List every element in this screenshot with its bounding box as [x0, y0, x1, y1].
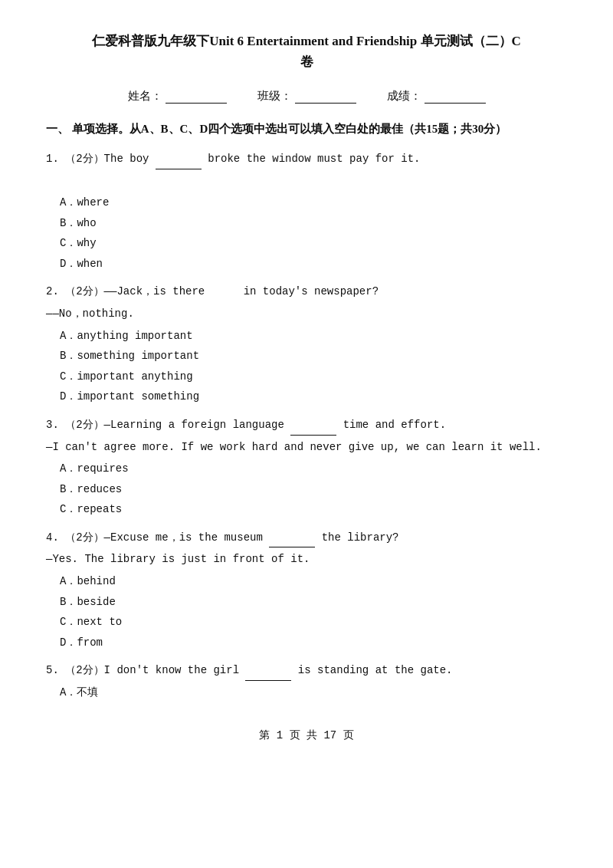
q1-option-b[interactable]: B．who [60, 213, 567, 234]
question-5: 5. （2分）I don't know the girl is standing… [46, 660, 567, 702]
question-4-text: 4. （2分）—Excuse me，is the museum the libr… [46, 528, 567, 548]
question-3-subtext: —I can't agree more. If we work hard and… [46, 437, 567, 458]
question-4-subtext: —Yes. The library is just in front of it… [46, 549, 567, 570]
blank-3[interactable] [290, 435, 336, 436]
q4-option-d[interactable]: D．from [60, 633, 567, 653]
class-field: 班级： [257, 86, 356, 107]
blank-5[interactable] [245, 680, 291, 681]
score-blank[interactable] [425, 90, 486, 104]
name-field: 姓名： [128, 86, 227, 107]
question-3: 3. （2分）—Learning a foreign language time… [46, 415, 567, 520]
q1-option-c[interactable]: C．why [60, 233, 567, 254]
name-blank[interactable] [166, 90, 227, 104]
q2-option-b[interactable]: B．something important [60, 346, 567, 367]
page-title: 仁爱科普版九年级下Unit 6 Entertainment and Friend… [46, 31, 567, 72]
q3-option-b[interactable]: B．reduces [60, 479, 567, 500]
q1-option-a[interactable]: A．where [60, 192, 567, 213]
blank-1[interactable] [156, 169, 202, 169]
page-footer: 第 1 页 共 17 页 [46, 726, 567, 745]
q4-option-b[interactable]: B．beside [60, 592, 567, 613]
q4-option-a[interactable]: A．behind [60, 571, 567, 592]
class-blank[interactable] [295, 90, 356, 104]
score-field: 成绩： [387, 86, 486, 107]
question-5-text: 5. （2分）I don't know the girl is standing… [46, 660, 567, 681]
q2-option-c[interactable]: C．important anything [60, 367, 567, 387]
section1-header: 一、 单项选择。从A、B、C、D四个选项中选出可以填入空白处的最佳（共15题；共… [46, 119, 567, 140]
q2-option-d[interactable]: D．important something [60, 386, 567, 407]
q2-option-a[interactable]: A．anything important [60, 326, 567, 347]
question-1-text: 1. （2分）The boy broke the window must pay… [46, 149, 567, 169]
info-row: 姓名： 班级： 成绩： [46, 86, 567, 107]
question-3-text: 3. （2分）—Learning a foreign language time… [46, 415, 567, 436]
q3-option-a[interactable]: A．requires [60, 459, 567, 479]
q5-option-a[interactable]: A．不填 [60, 682, 567, 703]
question-2-text: 2. （2分）——Jack，is there in today's newspa… [46, 281, 567, 302]
q3-option-c[interactable]: C．repeats [60, 499, 567, 520]
question-4: 4. （2分）—Excuse me，is the museum the libr… [46, 528, 567, 653]
q4-option-c[interactable]: C．next to [60, 612, 567, 633]
q1-option-d[interactable]: D．when [60, 254, 567, 275]
question-2: 2. （2分）——Jack，is there in today's newspa… [46, 281, 567, 407]
blank-4[interactable] [269, 547, 315, 547]
question-2-subtext: ——No，nothing. [46, 304, 567, 324]
question-1: 1. （2分）The boy broke the window must pay… [46, 149, 567, 274]
